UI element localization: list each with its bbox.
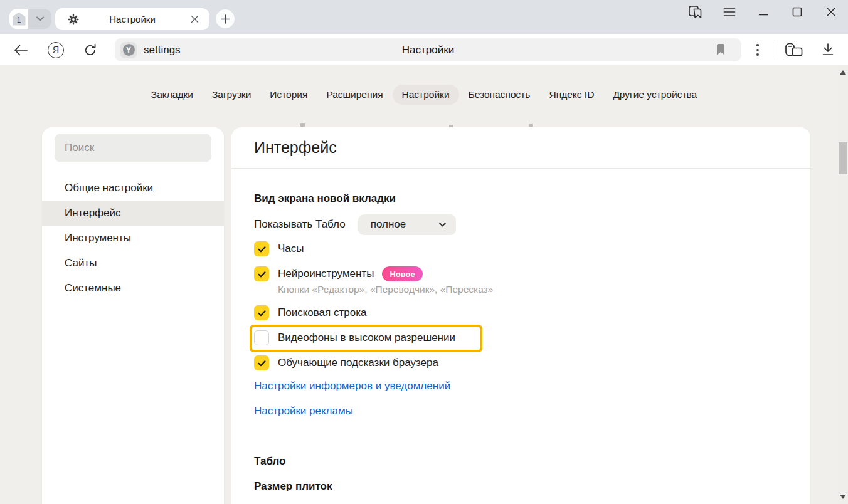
sidebar-item-tools[interactable]: Инструменты xyxy=(42,226,224,251)
minimize-icon xyxy=(758,6,769,18)
tab-counter-control[interactable]: 1 xyxy=(9,9,51,29)
extensions-button[interactable] xyxy=(780,34,808,65)
link-informers-notifications[interactable]: Настройки информеров и уведомлений xyxy=(254,380,450,392)
subheading-tile-size: Размер плиток xyxy=(254,480,332,493)
browser-toolbar: Я Y settings Настройки xyxy=(0,34,848,65)
tablo-mode-value: полное xyxy=(371,218,406,231)
bookmark-flag-icon[interactable] xyxy=(716,44,725,55)
sidebar-item-interface[interactable]: Интерфейс xyxy=(42,201,224,226)
checkbox-label[interactable]: Нейроинструменты xyxy=(278,268,374,280)
nav-item-yandex-id[interactable]: Яндекс ID xyxy=(539,85,603,105)
tab-close-button[interactable] xyxy=(187,12,202,27)
bookmarks-panel-icon xyxy=(687,4,704,19)
checkbox-row-clock: Часы xyxy=(254,241,304,256)
refresh-button[interactable] xyxy=(78,34,102,65)
tab-settings[interactable]: Настройки xyxy=(55,8,209,30)
checkbox-neurotools[interactable] xyxy=(254,266,269,281)
sidebar-search[interactable] xyxy=(55,134,211,162)
subheading-tablo: Табло xyxy=(254,455,285,468)
checkbox-browser-tips[interactable] xyxy=(254,355,269,370)
settings-page: Закладки Загрузки История Расширения Нас… xyxy=(0,65,848,504)
scrolled-text-remnant xyxy=(529,124,533,127)
settings-sidebar: Общие настройки Интерфейс Инструменты Са… xyxy=(42,127,224,504)
tab-strip: 1 Настройки xyxy=(0,0,848,34)
checkbox-label[interactable]: Поисковая строка xyxy=(278,307,366,319)
check-icon xyxy=(257,269,267,280)
nav-item-other-devices[interactable]: Другие устройства xyxy=(603,85,706,105)
checkbox-label[interactable]: Часы xyxy=(278,243,304,255)
hamburger-menu-icon xyxy=(723,7,736,17)
checkbox-label[interactable]: Видеофоны в высоком разрешении xyxy=(278,332,455,344)
checkbox-row-video-backgrounds: Видеофоны в высоком разрешении xyxy=(254,330,455,345)
sidebar-item-sites[interactable]: Сайты xyxy=(42,251,224,276)
checkbox-row-neurotools: Нейроинструменты Новое xyxy=(254,266,423,281)
check-icon xyxy=(257,244,267,255)
sidebar-list: Общие настройки Интерфейс Инструменты Са… xyxy=(42,176,224,301)
sidebar-item-general[interactable]: Общие настройки xyxy=(42,176,224,201)
vertical-dots-icon xyxy=(756,44,759,56)
link-ads-settings[interactable]: Настройки рекламы xyxy=(254,405,353,417)
page-title: Интерфейс xyxy=(254,139,337,157)
sidebar-item-system[interactable]: Системные xyxy=(42,276,224,301)
scrolled-text-remnant xyxy=(300,123,305,127)
address-bar-page-title: Настройки xyxy=(115,44,741,56)
downloads-button[interactable] xyxy=(815,34,840,65)
tablo-mode-select[interactable]: полное xyxy=(358,214,456,235)
settings-nav: Закладки Загрузки История Расширения Нас… xyxy=(0,85,848,105)
search-input[interactable] xyxy=(55,134,211,162)
nav-item-bookmarks[interactable]: Закладки xyxy=(142,85,203,105)
close-icon xyxy=(191,15,199,23)
chevron-down-icon xyxy=(36,16,44,21)
scrollbar-thumb[interactable] xyxy=(839,142,847,174)
plus-icon xyxy=(221,14,230,24)
check-icon xyxy=(257,308,267,318)
download-icon xyxy=(820,42,836,58)
tab-counter-shape: 1 xyxy=(13,13,26,26)
browser-menu-button[interactable] xyxy=(713,0,746,24)
checkbox-video-backgrounds[interactable] xyxy=(254,330,269,345)
neurotools-caption: Кнопки «Редактор», «Переводчик», «Переск… xyxy=(278,284,493,295)
section-title-new-tab-view: Вид экрана новой вкладки xyxy=(254,192,396,205)
extensions-icon xyxy=(784,42,804,58)
yandex-home-button[interactable]: Я xyxy=(44,34,68,65)
tab-list-dropdown-button[interactable] xyxy=(28,9,51,29)
checkbox-search-bar[interactable] xyxy=(254,305,269,320)
address-bar-menu-button[interactable] xyxy=(748,34,767,65)
back-button[interactable] xyxy=(9,34,33,65)
yandex-logo-icon: Я xyxy=(48,42,64,58)
maximize-icon xyxy=(792,6,803,18)
checkbox-row-search-bar: Поисковая строка xyxy=(254,305,366,320)
new-tab-button[interactable] xyxy=(216,9,235,28)
scroll-up-arrow[interactable] xyxy=(840,70,846,75)
scroll-down-arrow[interactable] xyxy=(840,495,846,499)
check-icon xyxy=(257,358,267,369)
chevron-down-icon xyxy=(439,223,446,227)
tab-counter-button[interactable]: 1 xyxy=(9,9,28,29)
refresh-icon xyxy=(83,43,98,58)
nav-item-security[interactable]: Безопасность xyxy=(459,85,540,105)
address-bar[interactable]: Y settings Настройки xyxy=(115,38,741,61)
new-badge: Новое xyxy=(382,266,422,281)
close-window-button[interactable] xyxy=(814,0,848,24)
checkbox-label[interactable]: Обучающие подсказки браузера xyxy=(278,357,438,369)
nav-item-extensions[interactable]: Расширения xyxy=(317,85,392,105)
back-arrow-icon xyxy=(13,43,28,57)
minimize-button[interactable] xyxy=(746,0,780,24)
side-panel-button[interactable] xyxy=(679,0,713,24)
interface-settings-panel: Интерфейс Вид экрана новой вкладки Показ… xyxy=(231,127,810,504)
close-icon xyxy=(825,6,837,18)
show-tablo-label: Показывать Табло xyxy=(254,218,346,231)
divider xyxy=(231,168,810,169)
checkbox-clock[interactable] xyxy=(254,241,269,256)
toolbar-divider xyxy=(773,42,773,58)
nav-item-history[interactable]: История xyxy=(260,85,317,105)
page-scrollbar[interactable] xyxy=(838,65,848,504)
window-controls xyxy=(679,0,848,24)
maximize-button[interactable] xyxy=(780,0,814,24)
show-tablo-setting: Показывать Табло полное xyxy=(254,214,456,235)
nav-item-downloads[interactable]: Загрузки xyxy=(203,85,260,105)
tab-counter-value: 1 xyxy=(17,16,21,24)
nav-item-settings[interactable]: Настройки xyxy=(393,85,459,105)
checkbox-row-browser-tips: Обучающие подсказки браузера xyxy=(254,355,438,370)
